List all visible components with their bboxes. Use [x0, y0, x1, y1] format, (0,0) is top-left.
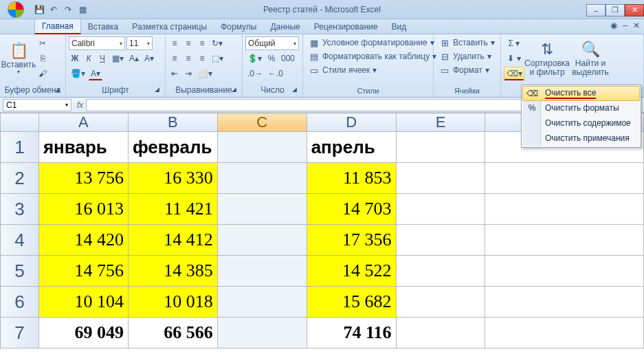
col-header-A[interactable]: A	[38, 113, 128, 132]
font-size-combo[interactable]: 11▾	[126, 36, 153, 50]
cell-B1[interactable]: февраль	[128, 132, 217, 163]
cell-D6[interactable]: 15 682	[307, 287, 396, 318]
row-header-7[interactable]: 7	[1, 318, 39, 349]
cut-button[interactable]: ✂	[36, 36, 49, 50]
cell-C1[interactable]	[217, 132, 307, 163]
cell-B3[interactable]: 11 421	[128, 194, 217, 225]
col-header-C[interactable]: C	[217, 113, 307, 132]
cell-A4[interactable]: 14 420	[38, 225, 128, 256]
cell-D4[interactable]: 17 356	[307, 225, 396, 256]
dec-indent[interactable]: ⇤	[168, 67, 181, 80]
cell-D7[interactable]: 74 116	[307, 318, 396, 349]
merge[interactable]: ⬜▾	[196, 67, 214, 80]
cell-A1[interactable]: январь	[38, 132, 128, 163]
number-launcher[interactable]: ◢	[290, 86, 298, 94]
cell-C5[interactable]	[217, 256, 307, 287]
inc-indent[interactable]: ⇥	[182, 67, 195, 80]
tab-insert[interactable]: Вставка	[81, 20, 126, 34]
close-button[interactable]: ✕	[625, 4, 644, 16]
grow-font[interactable]: A▴	[127, 52, 141, 65]
format-cells[interactable]: ▭Формат ▾	[436, 64, 498, 76]
office-button[interactable]	[1, 0, 30, 19]
cell-B4[interactable]: 14 412	[128, 225, 217, 256]
cell-styles[interactable]: ▭Стили ячеек ▾	[306, 64, 439, 76]
conditional-formatting[interactable]: ▦Условное форматирование ▾	[306, 36, 439, 49]
sort-filter-button[interactable]: ⇅Сортировка и фильтр	[526, 36, 568, 82]
col-header-B[interactable]: B	[128, 113, 217, 132]
qat-undo[interactable]: ↶	[47, 3, 60, 16]
cell-C4[interactable]	[217, 225, 307, 256]
menu-clear-contents[interactable]: Очистить содержимое	[523, 115, 639, 131]
font-family-combo[interactable]: Calibri▾	[69, 36, 125, 50]
cell-D2[interactable]: 11 853	[307, 163, 396, 194]
row-header-5[interactable]: 5	[1, 256, 39, 287]
row-header-2[interactable]: 2	[1, 163, 39, 194]
align-bot[interactable]: ≡	[196, 36, 208, 50]
shrink-font[interactable]: A▾	[142, 52, 156, 65]
clipboard-launcher[interactable]: ◢	[53, 86, 61, 94]
tab-pagelayout[interactable]: Разметка страницы	[125, 20, 214, 34]
cell-B5[interactable]: 14 385	[128, 256, 217, 287]
align-top[interactable]: ≡	[168, 36, 181, 50]
tab-formulas[interactable]: Формулы	[214, 20, 263, 34]
cell-D5[interactable]: 14 522	[307, 256, 396, 287]
align-center[interactable]: ≡	[182, 52, 195, 65]
currency[interactable]: 💲▾	[245, 52, 264, 65]
align-mid[interactable]: ≡	[182, 36, 195, 50]
help-icon[interactable]: ◉	[610, 21, 617, 30]
find-select-button[interactable]: 🔍Найти и выделить	[570, 36, 611, 82]
cell-D1[interactable]: апрель	[307, 132, 396, 163]
cell-A6[interactable]: 10 104	[38, 287, 128, 318]
qat-save[interactable]: 💾	[33, 3, 45, 16]
orientation[interactable]: ↻▾	[210, 36, 225, 50]
select-all-corner[interactable]	[1, 113, 39, 132]
delete-cells[interactable]: ⊟Удалить ▾	[436, 50, 498, 63]
qat-extra[interactable]: ▦	[76, 3, 89, 16]
row-header-3[interactable]: 3	[1, 194, 39, 225]
col-header-E[interactable]: E	[396, 113, 485, 132]
insert-cells[interactable]: ⊞Вставить ▾	[436, 36, 498, 49]
align-left[interactable]: ≡	[168, 52, 181, 65]
font-launcher[interactable]: ◢	[153, 86, 161, 94]
cell-B2[interactable]: 16 330	[128, 163, 217, 194]
clear-button[interactable]: ⌫ ▾	[504, 67, 524, 80]
cell-B7[interactable]: 66 566	[128, 318, 217, 349]
cell-C2[interactable]	[217, 163, 307, 194]
border-button[interactable]: ▦▾	[110, 52, 126, 65]
cell-A7[interactable]: 69 049	[38, 318, 128, 349]
doc-close-icon[interactable]: ✕	[633, 21, 640, 30]
align-right[interactable]: ≡	[196, 52, 208, 65]
font-color-button[interactable]: A▾	[89, 67, 102, 80]
maximize-button[interactable]: ❐	[606, 4, 625, 16]
name-box[interactable]: C1▾	[3, 99, 71, 111]
row-header-1[interactable]: 1	[1, 132, 39, 163]
paste-button[interactable]: 📋 Вставить ▾	[3, 36, 34, 82]
fill[interactable]: ⬇ ▾	[504, 52, 524, 65]
min-ribbon-icon[interactable]: –	[623, 21, 628, 30]
row-header-6[interactable]: 6	[1, 287, 39, 318]
percent[interactable]: %	[265, 52, 278, 65]
menu-clear-comments[interactable]: Очистить примечания	[523, 131, 639, 146]
dec-decimal[interactable]: ←.0	[266, 67, 285, 80]
row-header-4[interactable]: 4	[1, 225, 39, 256]
fx-icon[interactable]: fx	[77, 100, 83, 110]
tab-home[interactable]: Главная	[34, 19, 81, 34]
inc-decimal[interactable]: .0→	[245, 67, 265, 80]
cell-A2[interactable]: 13 756	[38, 163, 128, 194]
format-painter-button[interactable]: 🖌	[36, 67, 49, 80]
col-header-D[interactable]: D	[307, 113, 396, 132]
bold-button[interactable]: Ж	[69, 52, 81, 65]
cell-E1[interactable]	[396, 132, 485, 163]
tab-data[interactable]: Данные	[263, 20, 307, 34]
qat-redo[interactable]: ↷	[62, 3, 74, 16]
cell-C7[interactable]	[217, 318, 307, 349]
cell-A5[interactable]: 14 756	[38, 256, 128, 287]
cell-C6[interactable]	[217, 287, 307, 318]
menu-clear-formats[interactable]: %Очистить форматы	[523, 100, 639, 115]
tab-view[interactable]: Вид	[384, 20, 413, 34]
wrap-text[interactable]: ⬚▾	[210, 52, 225, 65]
align-launcher[interactable]: ◢	[230, 86, 238, 94]
tab-review[interactable]: Рецензирование	[307, 20, 385, 34]
italic-button[interactable]: К	[82, 52, 95, 65]
comma[interactable]: 000	[279, 52, 297, 65]
